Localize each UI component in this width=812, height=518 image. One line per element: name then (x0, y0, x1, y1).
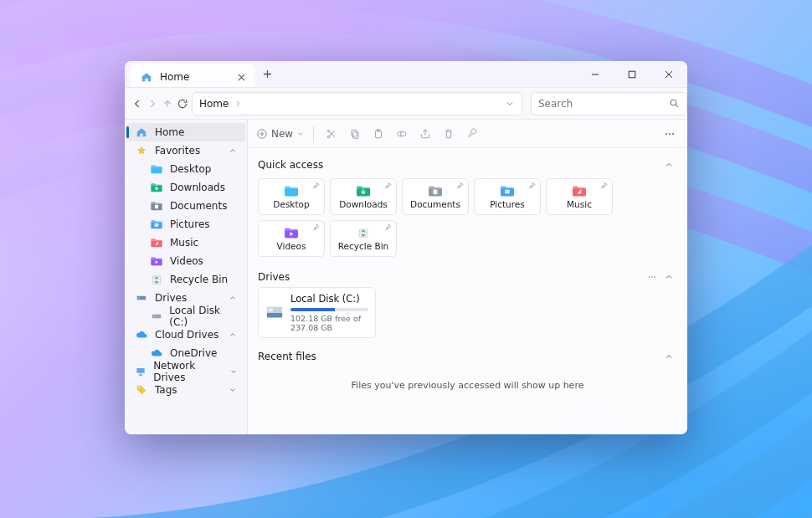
sidebar-group-label: Network Drives (153, 360, 221, 383)
sidebar-group-label: Tags (155, 384, 177, 396)
svg-rect-24 (434, 189, 438, 194)
pin-icon[interactable] (312, 182, 320, 189)
file-explorer-window: Home Home (125, 61, 687, 434)
search-input[interactable] (538, 98, 664, 110)
sidebar-item-label: Local Disk (C:) (169, 305, 239, 328)
sidebar-group-cloud[interactable]: Cloud Drives (126, 326, 245, 344)
section-label: Drives (258, 271, 644, 283)
pin-icon[interactable] (384, 182, 392, 189)
back-button[interactable] (131, 92, 143, 115)
sidebar-item-label: Home (155, 126, 184, 138)
properties-button[interactable] (463, 125, 481, 143)
svg-point-21 (666, 133, 667, 135)
title-bar: Home (125, 61, 687, 88)
pin-icon[interactable] (312, 223, 320, 231)
drive-tile-local-disk[interactable]: Local Disk (C:) 102.18 GB free of 237.08… (258, 287, 376, 338)
sidebar-item-desktop[interactable]: Desktop (126, 160, 245, 178)
quick-access-music[interactable]: Music (546, 178, 613, 215)
music-icon (571, 184, 588, 197)
address-dropdown-button[interactable] (505, 99, 515, 109)
forward-button[interactable] (146, 92, 158, 115)
quick-access-videos[interactable]: Videos (258, 220, 325, 257)
sidebar-item-videos[interactable]: Videos (126, 252, 245, 270)
drive-usage-bar (290, 308, 368, 311)
network-icon (135, 365, 146, 378)
disk-icon (265, 293, 284, 332)
sidebar-group-tags[interactable]: Tags (126, 381, 245, 399)
svg-point-26 (506, 191, 506, 192)
pin-icon[interactable] (600, 182, 608, 189)
pin-icon[interactable] (456, 182, 464, 189)
quick-access-desktop[interactable]: Desktop (258, 178, 325, 215)
drive-icon (135, 291, 148, 305)
tab-close-button[interactable] (235, 71, 247, 83)
sidebar-item-pictures[interactable]: Pictures (126, 215, 245, 233)
content-area: Quick access DesktopDownloadsDocumentsPi… (248, 148, 687, 434)
sidebar-group-label: Favorites (155, 145, 200, 156)
music-icon (150, 236, 163, 249)
svg-rect-0 (629, 71, 635, 78)
drive-name: Local Disk (C:) (290, 293, 368, 305)
chevron-up-icon (227, 294, 239, 302)
sidebar-item-label: Downloads (170, 182, 225, 193)
more-button[interactable] (660, 125, 679, 143)
maximize-button[interactable] (614, 61, 650, 87)
cut-button[interactable] (322, 125, 341, 143)
copy-button[interactable] (346, 125, 364, 143)
search-icon (669, 98, 680, 109)
tile-label: Pictures (490, 199, 525, 209)
quick-access-downloads[interactable]: Downloads (330, 178, 397, 215)
sidebar-item-documents[interactable]: Documents (126, 197, 245, 215)
new-button-label: New (271, 128, 293, 140)
section-label: Recent files (258, 351, 660, 362)
section-more-button[interactable] (644, 272, 660, 282)
sidebar-item-music[interactable]: Music (126, 233, 245, 252)
tile-label: Videos (277, 241, 306, 251)
chevron-right-icon (234, 100, 242, 108)
cloud-icon (135, 328, 148, 341)
sidebar-item-recycle[interactable]: Recycle Bin (126, 270, 245, 289)
section-drives[interactable]: Drives (258, 267, 677, 287)
tab-home[interactable]: Home (130, 64, 255, 87)
share-button[interactable] (416, 125, 434, 143)
pictures-icon (150, 218, 163, 231)
search-box[interactable] (531, 92, 687, 115)
tile-label: Desktop (273, 199, 309, 209)
chevron-up-icon (660, 351, 677, 362)
section-recent[interactable]: Recent files (258, 346, 677, 367)
close-button[interactable] (650, 61, 687, 87)
pin-icon[interactable] (384, 223, 392, 231)
address-bar[interactable]: Home (192, 92, 522, 115)
up-button[interactable] (162, 92, 173, 115)
refresh-button[interactable] (177, 92, 188, 115)
sidebar-item-label: Recycle Bin (170, 274, 228, 285)
rename-button[interactable] (393, 125, 411, 143)
tab-title: Home (160, 71, 189, 83)
svg-point-22 (669, 133, 671, 135)
quick-access-pictures[interactable]: Pictures (474, 178, 541, 215)
new-button[interactable]: New (256, 128, 305, 140)
svg-point-5 (155, 224, 156, 225)
sidebar-group-favorites[interactable]: Favorites (126, 141, 245, 160)
quick-access-recycle[interactable]: Recycle Bin (330, 220, 397, 257)
pin-icon[interactable] (528, 182, 536, 189)
sidebar-item-label: Music (170, 237, 198, 249)
sidebar-item-downloads[interactable]: Downloads (126, 178, 245, 197)
chevron-up-icon (660, 272, 677, 282)
sidebar-group-network[interactable]: Network Drives (126, 362, 245, 381)
videos-icon (150, 254, 163, 268)
paste-button[interactable] (369, 125, 388, 143)
quick-access-documents[interactable]: Documents (402, 178, 469, 215)
new-tab-button[interactable] (255, 61, 279, 87)
recycle-icon (355, 226, 372, 239)
section-quick-access[interactable]: Quick access (258, 155, 677, 175)
delete-button[interactable] (439, 125, 458, 143)
svg-point-12 (138, 387, 140, 388)
sidebar-item-local-disk[interactable]: Local Disk (C:) (126, 307, 245, 326)
sidebar-item-label: Pictures (170, 218, 210, 230)
plus-circle-icon (256, 128, 268, 140)
home-icon (135, 126, 148, 139)
sidebar-item-home[interactable]: Home (126, 123, 245, 141)
chevron-down-icon (229, 367, 239, 376)
minimize-button[interactable] (577, 61, 614, 87)
